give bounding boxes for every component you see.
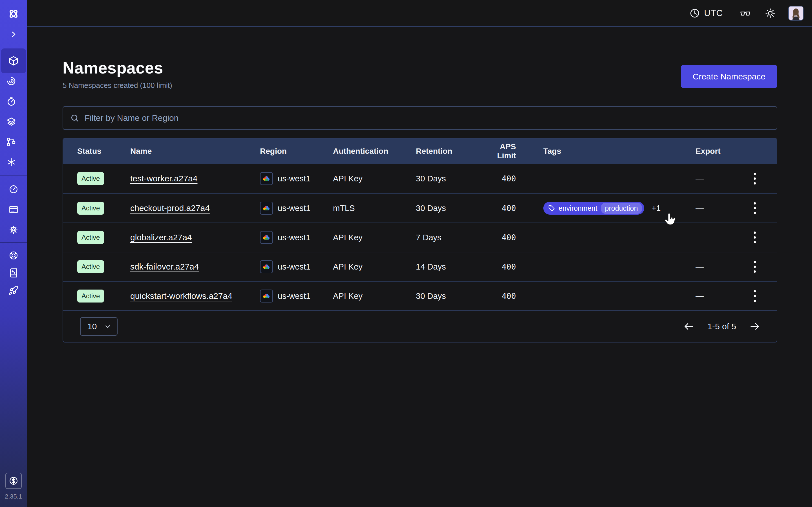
col-retention: Retention <box>416 147 481 156</box>
sidebar-expand-chevron-icon[interactable] <box>8 29 18 40</box>
next-page-button[interactable] <box>749 321 760 332</box>
lifebuoy-icon <box>8 250 18 261</box>
status-badge: Active <box>77 172 104 185</box>
col-export: Export <box>696 147 746 156</box>
table-body: Active test-worker.a27a4 us-west1 API Ke… <box>63 164 777 311</box>
namespaces-table: Status Name Region Authentication Retent… <box>63 138 777 342</box>
main-content: Namespaces 5 Namespaces created (100 lim… <box>63 27 777 342</box>
namespaces-cube-icon <box>8 55 19 66</box>
sidebar-item-spiral[interactable] <box>1 71 21 91</box>
export-cell: — <box>696 204 746 213</box>
app-version: 2.35.1 <box>5 493 22 500</box>
region-label: us-west1 <box>278 174 310 183</box>
page-size-select[interactable]: 10 <box>80 317 117 336</box>
badge-dollar-icon <box>8 476 18 486</box>
tags-more: +1 <box>652 204 661 213</box>
rocket-icon <box>8 285 18 295</box>
sidebar-divider <box>0 175 27 176</box>
col-region: Region <box>260 147 333 156</box>
region-cell: us-west1 <box>260 172 333 185</box>
col-authentication: Authentication <box>333 147 416 156</box>
sidebar-item-settings[interactable] <box>3 220 24 240</box>
retention-cell: 30 Days <box>416 174 481 183</box>
table-row: Active test-worker.a27a4 us-west1 API Ke… <box>63 164 777 193</box>
gcp-cloud-icon <box>260 202 273 215</box>
sidebar-item-credits[interactable] <box>5 473 22 489</box>
row-menu-button[interactable] <box>751 258 759 276</box>
region-cell: us-west1 <box>260 290 333 302</box>
aps-limit-cell: 400 <box>481 204 516 213</box>
avatar[interactable] <box>788 6 804 20</box>
region-label: us-west1 <box>278 262 310 272</box>
sidebar-divider <box>0 242 27 243</box>
arrow-left-icon <box>683 321 695 332</box>
sun-icon <box>765 8 776 19</box>
sidebar-item-deployments[interactable] <box>1 132 21 152</box>
page-title: Namespaces <box>63 58 777 77</box>
clock-icon <box>689 8 700 18</box>
region-cell: us-west1 <box>260 231 333 244</box>
sidebar-item-nexus[interactable] <box>1 152 21 172</box>
sidebar-item-namespaces[interactable] <box>1 48 26 73</box>
table-row: Active quickstart-workflows.a27a4 us-wes… <box>63 281 777 311</box>
pagination-range: 1-5 of 5 <box>707 322 736 331</box>
row-menu-button[interactable] <box>751 229 759 246</box>
namespace-link[interactable]: checkout-prod.a27a4 <box>130 203 210 213</box>
row-menu-button[interactable] <box>751 170 759 187</box>
filter-bar <box>63 106 777 130</box>
sidebar-item-docs[interactable] <box>3 264 24 282</box>
gear-icon <box>8 225 18 235</box>
sidebar-item-timer[interactable] <box>1 91 21 112</box>
timezone-selector[interactable]: UTC <box>689 8 723 18</box>
namespace-link[interactable]: globalizer.a27a4 <box>130 233 192 242</box>
prev-page-button[interactable] <box>683 321 695 332</box>
topbar: UTC <box>27 0 812 27</box>
temporal-logo[interactable] <box>7 7 20 20</box>
layers-icon <box>6 117 16 127</box>
sidebar-item-usage[interactable] <box>3 179 24 200</box>
create-namespace-button[interactable]: Create Namespace <box>681 65 777 88</box>
sidebar-item-getting-started[interactable] <box>3 282 24 299</box>
auth-cell: API Key <box>333 233 416 242</box>
aps-limit-cell: 400 <box>481 291 516 301</box>
status-badge: Active <box>77 290 104 302</box>
row-menu-button[interactable] <box>751 200 759 217</box>
retention-cell: 30 Days <box>416 291 481 301</box>
region-cell: us-west1 <box>260 260 333 273</box>
spiral-icon <box>6 76 16 86</box>
filter-input[interactable] <box>85 113 770 123</box>
status-badge: Active <box>77 202 104 215</box>
sidebar-item-support[interactable] <box>3 247 24 264</box>
namespace-link[interactable]: sdk-failover.a27a4 <box>130 262 199 271</box>
search-icon <box>70 113 80 123</box>
col-name: Name <box>130 147 260 156</box>
region-label: us-west1 <box>278 233 310 242</box>
table-row: Active globalizer.a27a4 us-west1 API Key… <box>63 223 777 252</box>
labs-toggle-button[interactable] <box>739 7 751 19</box>
col-status: Status <box>77 147 130 156</box>
gauge-icon <box>8 184 18 194</box>
page-subtitle: 5 Namespaces created (100 limit) <box>63 81 777 90</box>
row-menu-button[interactable] <box>751 287 759 305</box>
table-footer: 10 1-5 of 5 <box>63 311 777 342</box>
glasses-icon <box>739 7 751 19</box>
tag-value: production <box>601 203 642 214</box>
tag-pill[interactable]: environment production <box>543 202 644 215</box>
aps-limit-cell: 400 <box>481 174 516 183</box>
retention-cell: 14 Days <box>416 262 481 272</box>
export-cell: — <box>696 174 746 183</box>
aps-limit-cell: 400 <box>481 233 516 242</box>
auth-cell: mTLS <box>333 204 416 213</box>
auth-cell: API Key <box>333 262 416 272</box>
namespace-link[interactable]: test-worker.a27a4 <box>130 174 197 183</box>
region-cell: us-west1 <box>260 202 333 215</box>
namespace-link[interactable]: quickstart-workflows.a27a4 <box>130 291 232 300</box>
theme-toggle-button[interactable] <box>765 8 776 19</box>
export-cell: — <box>696 233 746 242</box>
sidebar-item-layers[interactable] <box>1 112 21 132</box>
region-label: us-west1 <box>278 291 310 301</box>
gcp-cloud-icon <box>260 231 273 244</box>
tag-key: environment <box>559 204 598 212</box>
auth-cell: API Key <box>333 174 416 183</box>
sidebar-item-billing[interactable] <box>3 200 24 220</box>
